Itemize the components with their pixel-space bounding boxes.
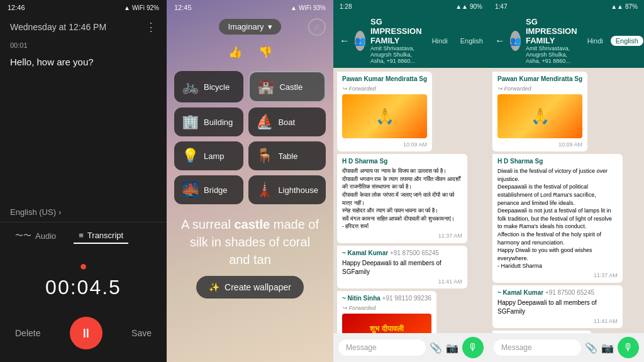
msg-image: 🙏 xyxy=(342,94,427,138)
chat3-camera-icon[interactable]: 📷 xyxy=(446,342,458,354)
recorder-transcript-text: Hello, how are you? xyxy=(0,52,167,202)
chat4-camera-icon[interactable]: 📷 xyxy=(601,342,614,354)
recorder-timer: 00:04.5 xyxy=(45,276,121,299)
description-prefix: A surreal xyxy=(181,217,234,231)
recording-dot-icon: ● xyxy=(79,259,87,273)
chat4-back-button[interactable]: ← xyxy=(495,35,505,47)
chat3-message-input[interactable]: Message xyxy=(338,339,426,356)
table-icon: 🪑 xyxy=(256,148,273,164)
tab-audio[interactable]: 〜〜 Audio xyxy=(10,228,61,244)
boat-icon: ⛵ xyxy=(256,114,273,130)
language-label: English (US) xyxy=(10,207,56,217)
sparkle-icon: ✨ xyxy=(209,282,219,292)
style-button[interactable]: Imaginary ▾ xyxy=(219,19,280,35)
chat3-mic-button[interactable]: 🎙 xyxy=(462,337,484,358)
chat3-time: 1:28 xyxy=(340,3,352,10)
language-arrow: › xyxy=(58,207,61,217)
chat3-group-name: SG IMPRESSION FAMILY xyxy=(370,17,422,45)
confirm-button[interactable]: ✓ xyxy=(308,18,326,36)
recorder-language[interactable]: English (US) › xyxy=(0,202,167,222)
hindi-button[interactable]: Hindi xyxy=(427,36,453,46)
check-icon: ✓ xyxy=(313,22,321,32)
chat3-signal: ▲▲ xyxy=(455,3,468,10)
chat4-message-input[interactable]: Message xyxy=(494,339,581,356)
audio-wave-icon: 〜〜 xyxy=(15,230,31,241)
grid-item-boat[interactable]: ⛵Boat xyxy=(248,107,326,136)
tab-audio-label: Audio xyxy=(35,231,56,241)
grid-item-lamp[interactable]: 💡Lamp xyxy=(174,141,243,170)
grid-item-label: Building xyxy=(204,118,233,127)
chat3-avatar: 👥 xyxy=(355,31,365,51)
chat3-status-icons: ▲▲ 90% xyxy=(455,3,482,10)
grid-item-bridge[interactable]: 🌉Bridge xyxy=(174,175,243,204)
msg-nitin-english: ~ Nitin Sinha +91 98110 99236 ↪ Forwarde… xyxy=(492,331,592,333)
msg-forwarded: ↪ Forwarded xyxy=(342,304,431,312)
recorder-audio-tabs: 〜〜 Audio ≡ Transcript xyxy=(0,222,167,249)
chat3-attach-icon[interactable]: 📎 xyxy=(430,342,442,354)
tab-transcript[interactable]: ≡ Transcript xyxy=(74,228,128,244)
wifi-icon: WiFi xyxy=(132,4,145,11)
msg-sender: H D Sharma Sg xyxy=(497,157,618,166)
chat3-battery: 90% xyxy=(470,3,482,10)
msg-time: 11:37 AM xyxy=(342,232,462,240)
chat4-avatar: 👥 xyxy=(510,31,521,51)
delete-button[interactable]: Delete xyxy=(15,328,40,338)
chat4-signal: ▲▲ xyxy=(611,3,623,10)
msg-image: 🙏 xyxy=(497,94,582,138)
msg-text: Happy Deepawali to all members of SGFami… xyxy=(497,299,618,316)
english-button[interactable]: English xyxy=(455,36,488,46)
msg-sender: ~ Kamal Kumar +91 87500 65245 xyxy=(497,288,618,297)
recorder-status-icons: ▲ WiFi 92% xyxy=(124,4,159,11)
wp-wifi-icon: WiFi xyxy=(299,4,311,11)
msg-nitin-hindi: ~ Nitin Sinha +91 98110 99236 ↪ Forwarde… xyxy=(337,291,436,333)
chat3-back-button[interactable]: ← xyxy=(340,35,350,47)
msg-text: दीपावली अन्याय पर न्याय के विजय का उल्ला… xyxy=(342,167,462,231)
chat4-attach-icon[interactable]: 📎 xyxy=(585,342,597,354)
english-button[interactable]: English xyxy=(611,36,643,46)
pause-button[interactable]: ⏸ xyxy=(70,317,103,349)
chat3-body: Pawan Kumar Mendiratta Sg ↪ Forwarded 🙏 … xyxy=(333,68,489,333)
grid-item-building[interactable]: 🏢Building xyxy=(174,107,243,136)
transcript-icon: ≡ xyxy=(79,231,84,240)
grid-item-lighthouse[interactable]: 🗼Lighthouse xyxy=(248,175,326,204)
recorder-header: Wednesday at 12:46 PM ⋮ xyxy=(0,15,167,39)
chat4-members: Amit Shrivastava, Anugrsh Shulka, Asha, … xyxy=(526,45,577,64)
msg-sender: H D Sharma Sg xyxy=(342,157,462,166)
tab-transcript-label: Transcript xyxy=(87,231,123,240)
msg-sender: ~ Nitin Sinha +91 98110 99236 xyxy=(342,294,431,303)
chat4-mic-button[interactable]: 🎙 xyxy=(618,337,639,358)
wallpaper-status-icons: ▲ WiFi 93% xyxy=(291,4,326,11)
msg-kamal-english: ~ Kamal Kumar +91 87500 65245 Happy Deep… xyxy=(492,285,623,329)
chat3-input-bar: Message 📎 📷 🎙 xyxy=(333,333,489,362)
grid-item-label: Bicycle xyxy=(204,82,230,92)
msg-time: 10:09 AM xyxy=(497,141,582,149)
building-icon: 🏢 xyxy=(182,114,199,130)
msg-sender: Pawan Kumar Mendiratta Sg xyxy=(497,75,582,84)
wp-battery-icon: 93% xyxy=(313,4,326,11)
msg-pawan-hindi: Pawan Kumar Mendiratta Sg ↪ Forwarded 🙏 … xyxy=(337,72,432,151)
chevron-down-icon: ▾ xyxy=(268,22,272,31)
hindi-button[interactable]: Hindi xyxy=(582,36,608,46)
bridge-icon: 🌉 xyxy=(182,182,199,198)
msg-time: 11:37 AM xyxy=(497,272,618,280)
chat4-battery: 87% xyxy=(625,3,638,10)
thumbs-up-button[interactable]: 👍 xyxy=(225,42,245,62)
castle-icon: 🏰 xyxy=(257,79,274,95)
grid-item-bicycle[interactable]: 🚲Bicycle xyxy=(174,71,243,102)
thumbs-down-button[interactable]: 👎 xyxy=(255,42,275,62)
chat4-header: ← 👥 SG IMPRESSION FAMILY Amit Shrivastav… xyxy=(489,13,644,68)
wallpaper-time: 12:45 xyxy=(174,4,192,11)
recorder-panel: 12:46 ▲ WiFi 92% Wednesday at 12:46 PM ⋮… xyxy=(0,0,167,362)
chat4-time: 1:47 xyxy=(495,3,507,10)
grid-item-label: Lamp xyxy=(204,151,225,161)
save-button[interactable]: Save xyxy=(131,328,152,338)
bicycle-icon: 🚲 xyxy=(182,79,199,95)
msg-forwarded: ↪ Forwarded xyxy=(497,85,582,93)
create-wallpaper-button[interactable]: ✨ Create wallpaper xyxy=(196,276,304,299)
lamp-icon: 💡 xyxy=(182,148,199,164)
grid-item-table[interactable]: 🪑Table xyxy=(248,141,326,170)
grid-item-castle[interactable]: 🏰Castle xyxy=(248,71,326,102)
chat-hindi-panel: 1:28 ▲▲ 90% ← 👥 SG IMPRESSION FAMILY Ami… xyxy=(333,0,489,362)
recorder-timer-section: ● 00:04.5 xyxy=(0,249,167,309)
recorder-menu-icon[interactable]: ⋮ xyxy=(145,20,157,34)
